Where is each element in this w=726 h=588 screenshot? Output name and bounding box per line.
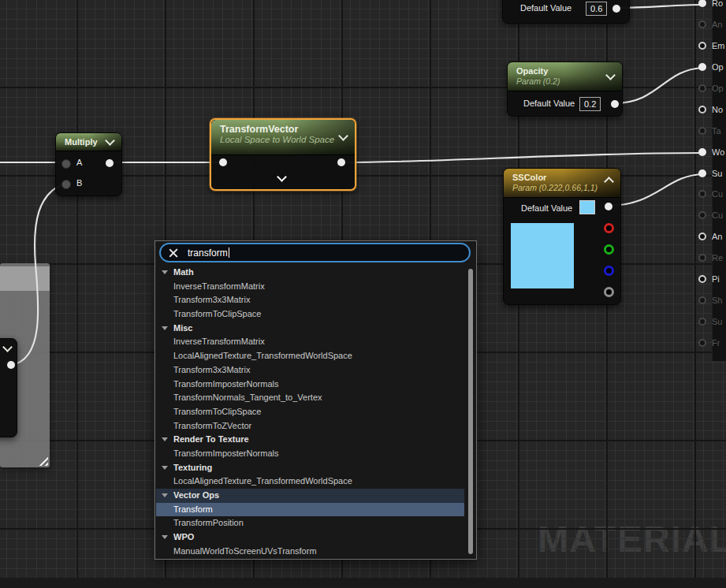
menu-category-texturing[interactable]: Texturing: [156, 461, 464, 475]
output-pin-fr-16[interactable]: Fr: [698, 338, 720, 348]
multiply-node-header[interactable]: Multiply: [56, 133, 121, 151]
output-pin-cu-10[interactable]: Cu: [698, 210, 723, 220]
pin-circle-icon[interactable]: [698, 275, 706, 283]
opacity-output-pin[interactable]: [611, 100, 619, 108]
sscolor-g-output-pin[interactable]: [604, 244, 614, 255]
output-pin-pi-13[interactable]: Pi: [698, 274, 720, 284]
node-search-menu[interactable]: transform MathInverseTransformMatrixTran…: [155, 240, 477, 560]
pin-circle-icon[interactable]: [698, 63, 706, 71]
menu-item-inversetransformmatrix[interactable]: InverseTransformMatrix: [156, 280, 464, 294]
menu-scrollbar[interactable]: [468, 269, 473, 554]
pin-circle-icon[interactable]: [698, 190, 706, 198]
multiply-output-pin[interactable]: [106, 159, 114, 167]
menu-item-transformimposternormals[interactable]: TransformImposterNormals: [156, 447, 464, 461]
chevron-down-icon[interactable]: [105, 136, 115, 146]
menu-item-transformtoclipspace[interactable]: TransformToClipSpace: [156, 307, 464, 322]
menu-category-misc[interactable]: Misc: [156, 322, 464, 336]
output-pin-re-12[interactable]: Re: [698, 253, 723, 262]
pin-circle-icon[interactable]: [698, 233, 706, 240]
roughness-output-pin[interactable]: [612, 5, 620, 13]
menu-category-math[interactable]: Math: [156, 266, 464, 280]
sscolor-a-output-pin[interactable]: [604, 287, 614, 297]
collapse-triangle-icon[interactable]: [162, 493, 168, 497]
pin-circle-icon[interactable]: [698, 339, 706, 347]
pin-circle-icon[interactable]: [698, 318, 706, 326]
output-pin-an-11[interactable]: An: [698, 232, 722, 241]
collapse-triangle-icon[interactable]: [162, 270, 168, 274]
expand-advanced-icon[interactable]: [277, 172, 287, 182]
resize-handle-icon[interactable]: [36, 454, 48, 466]
collapse-triangle-icon[interactable]: [162, 326, 168, 330]
pin-circle-icon[interactable]: [698, 296, 706, 304]
multiply-node[interactable]: Multiply A B: [55, 132, 122, 196]
menu-item-inversetransformmatrix[interactable]: InverseTransformMatrix: [156, 335, 464, 349]
pin-circle-icon[interactable]: [698, 0, 706, 7]
chevron-down-icon[interactable]: [2, 342, 13, 352]
output-pin-ro-0[interactable]: Ro: [698, 0, 723, 8]
menu-item-transformnormals-tangent-to-vertex[interactable]: TransformNormals_Tangent_to_Vertex: [156, 391, 464, 405]
multiply-input-b-pin[interactable]: [61, 180, 71, 189]
menu-item-localalignedtexture-transformedworldspace[interactable]: LocalAlignedTexture_TransformedWorldSpac…: [156, 349, 464, 363]
menu-item-transformtoclipspace[interactable]: TransformToClipSpace: [156, 405, 464, 419]
sscolor-b-output-pin[interactable]: [604, 266, 614, 276]
collapse-triangle-icon[interactable]: [162, 437, 168, 441]
output-pin-op-3[interactable]: Op: [698, 62, 724, 72]
menu-item-transformimposternormals[interactable]: TransformImposterNormals: [156, 378, 464, 392]
menu-item-transform[interactable]: Transform: [156, 503, 464, 517]
sscolor-output-pin[interactable]: [605, 203, 612, 210]
sscolor-r-output-pin[interactable]: [604, 223, 614, 233]
search-input[interactable]: transform: [159, 243, 471, 262]
menu-item-manualworldtoscreenuvstransform[interactable]: ManualWorldToScreenUVsTransform: [156, 545, 464, 559]
menu-item-transform3x3matrix[interactable]: Transform3x3Matrix: [156, 293, 464, 307]
output-pin-cu-9[interactable]: Cu: [698, 189, 723, 199]
roughness-value-input[interactable]: 0.6: [586, 2, 607, 16]
menu-item-transform3x3matrix[interactable]: Transform3x3Matrix: [156, 363, 464, 378]
material-graph-canvas[interactable]: MATERIAL Default Value 0.6 Opacity Param…: [0, 0, 726, 588]
output-pin-su-15[interactable]: Su: [698, 317, 722, 326]
collapse-triangle-icon[interactable]: [162, 466, 168, 470]
menu-row-label: Texturing: [173, 463, 212, 472]
menu-category-render-to-texture[interactable]: Render To Texture: [156, 433, 464, 447]
opacity-param-node[interactable]: Opacity Param (0.2) Default Value 0.2: [507, 61, 623, 117]
output-pin-wo-7[interactable]: Wo: [698, 147, 724, 157]
output-pin-em-2[interactable]: Em: [698, 41, 725, 50]
roughness-param-node[interactable]: Default Value 0.6: [502, 0, 630, 24]
output-pin-su-8[interactable]: Su: [698, 169, 722, 178]
pin-circle-icon[interactable]: [698, 169, 706, 177]
left-node-output-pin[interactable]: [7, 361, 15, 369]
multiply-input-a-pin[interactable]: [61, 159, 71, 169]
transformvector-node-header[interactable]: TransformVector Local Space to World Spa…: [211, 120, 355, 155]
menu-item-transformtozvector[interactable]: TransformToZVector: [156, 419, 464, 434]
pin-circle-icon[interactable]: [698, 84, 706, 92]
pin-circle-icon[interactable]: [698, 254, 706, 262]
pin-circle-icon[interactable]: [698, 42, 706, 50]
clear-search-icon[interactable]: [168, 247, 179, 259]
menu-list: MathInverseTransformMatrixTransform3x3Ma…: [156, 266, 464, 558]
transformvector-input-pin[interactable]: [219, 158, 227, 166]
pin-circle-icon[interactable]: [698, 127, 706, 135]
left-partial-node[interactable]: [0, 338, 17, 437]
collapse-triangle-icon[interactable]: [162, 535, 168, 539]
menu-item-transformposition[interactable]: TransformPosition: [156, 516, 464, 530]
output-pin-no-5[interactable]: No: [698, 105, 723, 114]
menu-category-vector-ops[interactable]: Vector Ops: [156, 489, 464, 503]
pin-circle-icon[interactable]: [698, 148, 706, 156]
pin-circle-icon[interactable]: [698, 20, 706, 28]
material-output-node[interactable]: [712, 0, 726, 361]
sscolor-node-header[interactable]: SSColor Param (0.222,0.66,1,1): [504, 169, 620, 198]
opacity-value-input[interactable]: 0.2: [579, 97, 601, 111]
comment-frame-titlebar[interactable]: [0, 266, 50, 291]
opacity-node-header[interactable]: Opacity Param (0.2): [508, 62, 622, 91]
pin-circle-icon[interactable]: [698, 106, 706, 114]
sscolor-param-node[interactable]: SSColor Param (0.222,0.66,1,1) Default V…: [503, 168, 621, 305]
pin-circle-icon[interactable]: [698, 211, 706, 219]
transformvector-node[interactable]: TransformVector Local Space to World Spa…: [210, 118, 356, 191]
output-pin-op-4[interactable]: Op: [698, 84, 724, 93]
menu-item-localalignedtexture-transformedworldspace[interactable]: LocalAlignedTexture_TransformedWorldSpac…: [156, 474, 464, 489]
output-pin-an-1[interactable]: An: [698, 20, 722, 29]
color-swatch[interactable]: [579, 200, 595, 214]
output-pin-ta-6[interactable]: Ta: [698, 126, 721, 136]
transformvector-output-pin[interactable]: [337, 158, 345, 166]
output-pin-sh-14[interactable]: Sh: [698, 296, 722, 305]
menu-category-wpo[interactable]: WPO: [156, 530, 464, 545]
